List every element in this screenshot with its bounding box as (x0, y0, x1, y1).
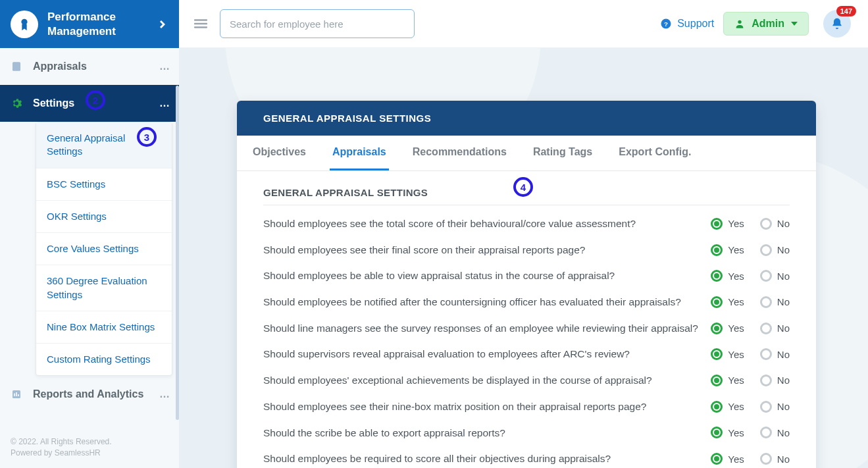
radio-label: Yes (728, 375, 744, 386)
setting-row: Should supervisors reveal appraisal eval… (263, 341, 790, 367)
setting-row: Should line managers see the survey resp… (263, 315, 790, 342)
radio-group: YesNo (711, 323, 790, 334)
setting-label: Should employees be notified after the c… (263, 295, 700, 309)
radio-option-yes[interactable]: Yes (711, 348, 744, 360)
sidebar-item-label: Reports and Analytics (33, 388, 159, 400)
setting-label: Should employees be required to score al… (263, 452, 700, 466)
tab-recommendations[interactable]: Recommendations (410, 136, 509, 170)
main-content: GENERAL APPRAISAL SETTINGS Objectives Ap… (179, 48, 868, 468)
radio-option-no[interactable]: No (760, 323, 790, 334)
svg-text:?: ? (664, 20, 668, 28)
submenu-item-bsc[interactable]: BSC Settings (36, 169, 172, 201)
sidebar-item-settings[interactable]: Settings … (0, 85, 179, 122)
submenu-item-nine-box[interactable]: Nine Box Matrix Settings (36, 311, 172, 344)
radio-option-no[interactable]: No (760, 270, 790, 282)
book-icon (9, 59, 24, 74)
radio-icon (760, 427, 772, 438)
svg-point-0 (21, 18, 27, 24)
tab-rating-tags[interactable]: Rating Tags (530, 136, 595, 170)
setting-label: Should employees be able to view apprais… (263, 269, 700, 283)
sidebar-item-appraisals[interactable]: Appraisals … (0, 48, 179, 85)
setting-label: Should supervisors reveal appraisal eval… (263, 347, 700, 361)
caret-down-icon (791, 22, 798, 26)
sidebar-toggle-icon[interactable] (158, 19, 168, 30)
app-logo-icon (11, 11, 38, 38)
radio-option-no[interactable]: No (760, 296, 790, 308)
tab-export-config[interactable]: Export Config. (616, 136, 694, 170)
settings-list: Should employees see the total score of … (263, 211, 790, 468)
sidebar: Performance Management Appraisals … Sett… (0, 0, 179, 468)
radio-label: Yes (728, 454, 744, 465)
radio-label: No (777, 244, 790, 255)
svg-point-11 (738, 20, 742, 24)
radio-option-yes[interactable]: Yes (711, 375, 744, 386)
support-link[interactable]: ? Support (660, 18, 714, 30)
bell-icon (830, 17, 844, 30)
hamburger-menu-icon[interactable] (191, 14, 211, 34)
radio-icon (711, 427, 723, 438)
submenu-item-core-values[interactable]: Core Values Settings (36, 233, 172, 265)
radio-option-no[interactable]: No (760, 348, 790, 360)
search-input[interactable] (220, 9, 415, 38)
setting-label: Should the scribe be able to export appr… (263, 426, 700, 440)
radio-option-yes[interactable]: Yes (711, 427, 744, 438)
settings-submenu: General Appraisal Settings BSC Settings … (36, 122, 172, 376)
radio-option-yes[interactable]: Yes (711, 453, 744, 465)
admin-label: Admin (752, 18, 784, 30)
radio-icon (760, 401, 772, 413)
radio-label: Yes (728, 218, 744, 229)
radio-label: No (777, 427, 790, 438)
submenu-item-360[interactable]: 360 Degree Evaluation Settings (36, 265, 172, 311)
radio-icon (760, 296, 772, 308)
radio-option-no[interactable]: No (760, 401, 790, 413)
submenu-item-custom-rating[interactable]: Custom Rating Settings (36, 344, 172, 375)
sidebar-scrollbar[interactable] (176, 86, 179, 420)
svg-rect-4 (16, 392, 17, 396)
svg-rect-3 (14, 393, 15, 396)
radio-option-no[interactable]: No (760, 375, 790, 386)
tab-row: Objectives Appraisals Recommendations Ra… (237, 136, 816, 171)
submenu-item-okr[interactable]: OKR Settings (36, 201, 172, 233)
radio-option-yes[interactable]: Yes (711, 401, 744, 413)
support-label: Support (677, 18, 714, 30)
radio-option-yes[interactable]: Yes (711, 270, 744, 282)
setting-row: Should employees see their final score o… (263, 237, 790, 263)
setting-row: Should employees' exceptional achievemen… (263, 367, 790, 394)
ellipsis-icon: … (159, 388, 170, 400)
radio-label: Yes (728, 271, 744, 282)
radio-label: Yes (728, 427, 744, 438)
radio-icon (711, 270, 723, 282)
tab-appraisals[interactable]: Appraisals (330, 136, 389, 170)
admin-dropdown-button[interactable]: Admin (723, 12, 809, 36)
radio-option-no[interactable]: No (760, 244, 790, 256)
radio-icon (760, 348, 772, 360)
setting-row: Should the scribe be able to export appr… (263, 420, 790, 446)
setting-row: Should employees see the total score of … (263, 211, 790, 237)
radio-group: YesNo (711, 296, 790, 308)
radio-icon (711, 244, 723, 256)
setting-label: Should employees' exceptional achievemen… (263, 373, 700, 388)
topbar: ? Support Admin 147 (179, 0, 868, 48)
section-title: GENERAL APPRAISAL SETTINGS (263, 187, 790, 205)
radio-option-no[interactable]: No (760, 427, 790, 438)
notifications-button[interactable]: 147 (823, 10, 851, 38)
radio-label: No (777, 323, 790, 334)
radio-group: YesNo (711, 270, 790, 282)
sidebar-item-reports[interactable]: Reports and Analytics … (0, 376, 179, 413)
help-icon: ? (660, 18, 672, 30)
radio-option-yes[interactable]: Yes (711, 244, 744, 256)
radio-icon (760, 244, 772, 256)
footer-powered-by: Powered by SeamlessHR (11, 448, 168, 459)
tab-objectives[interactable]: Objectives (250, 136, 309, 170)
radio-option-no[interactable]: No (760, 218, 790, 230)
submenu-item-general-appraisal[interactable]: General Appraisal Settings (36, 122, 172, 169)
radio-label: No (777, 296, 790, 307)
radio-option-yes[interactable]: Yes (711, 296, 744, 308)
radio-option-yes[interactable]: Yes (711, 323, 744, 334)
radio-option-yes[interactable]: Yes (711, 218, 744, 230)
svg-rect-5 (18, 394, 19, 396)
radio-group: YesNo (711, 244, 790, 256)
ellipsis-icon: … (159, 61, 170, 72)
setting-row: Should employees be required to score al… (263, 446, 790, 468)
radio-option-no[interactable]: No (760, 453, 790, 465)
